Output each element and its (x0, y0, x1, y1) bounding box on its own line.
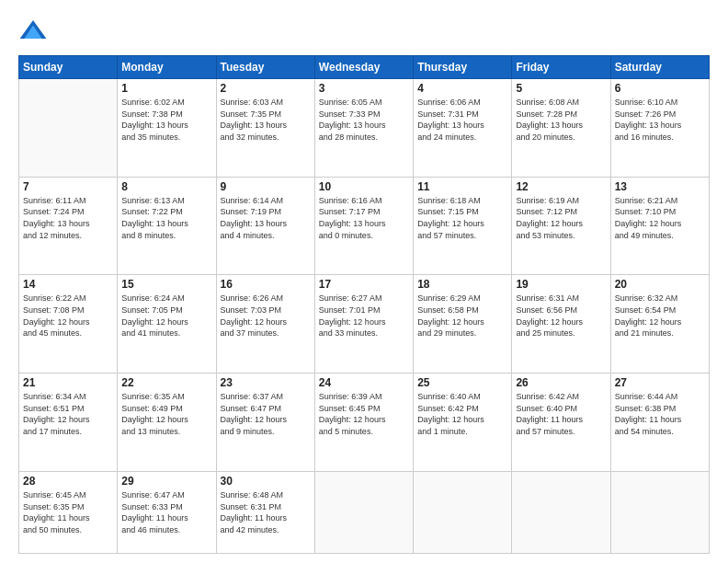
calendar-cell: 3Sunrise: 6:05 AM Sunset: 7:33 PM Daylig… (314, 79, 413, 178)
calendar-cell: 28Sunrise: 6:45 AM Sunset: 6:35 PM Dayli… (19, 471, 118, 553)
calendar-cell: 27Sunrise: 6:44 AM Sunset: 6:38 PM Dayli… (610, 373, 709, 472)
day-number: 24 (319, 376, 409, 389)
day-info: Sunrise: 6:11 AM Sunset: 7:24 PM Dayligh… (23, 195, 113, 241)
calendar-cell (512, 471, 610, 553)
day-number: 2 (221, 82, 311, 95)
calendar-cell: 29Sunrise: 6:47 AM Sunset: 6:33 PM Dayli… (118, 471, 216, 553)
week-row-2: 7Sunrise: 6:11 AM Sunset: 7:24 PM Daylig… (19, 177, 710, 275)
calendar-cell: 6Sunrise: 6:10 AM Sunset: 7:26 PM Daylig… (610, 79, 709, 178)
day-header-sunday: Sunday (19, 56, 118, 79)
calendar-cell: 4Sunrise: 6:06 AM Sunset: 7:31 PM Daylig… (414, 79, 512, 178)
day-number: 14 (23, 278, 113, 291)
day-info: Sunrise: 6:19 AM Sunset: 7:12 PM Dayligh… (516, 195, 606, 241)
day-info: Sunrise: 6:18 AM Sunset: 7:15 PM Dayligh… (417, 195, 507, 241)
calendar-cell: 1Sunrise: 6:02 AM Sunset: 7:38 PM Daylig… (118, 79, 216, 178)
header (18, 17, 710, 46)
calendar-cell: 11Sunrise: 6:18 AM Sunset: 7:15 PM Dayli… (414, 177, 512, 275)
day-number: 11 (417, 180, 507, 193)
day-header-wednesday: Wednesday (314, 56, 413, 79)
day-header-tuesday: Tuesday (216, 56, 314, 79)
calendar-header-row: SundayMondayTuesdayWednesdayThursdayFrid… (19, 56, 710, 79)
calendar-cell: 20Sunrise: 6:32 AM Sunset: 6:54 PM Dayli… (610, 275, 709, 373)
day-number: 4 (417, 82, 507, 95)
calendar-cell (314, 471, 413, 553)
day-number: 15 (121, 278, 211, 291)
day-info: Sunrise: 6:08 AM Sunset: 7:28 PM Dayligh… (516, 97, 606, 143)
day-number: 7 (23, 180, 113, 193)
day-number: 17 (319, 278, 409, 291)
calendar-cell: 12Sunrise: 6:19 AM Sunset: 7:12 PM Dayli… (512, 177, 610, 275)
day-number: 16 (221, 278, 311, 291)
calendar-cell: 17Sunrise: 6:27 AM Sunset: 7:01 PM Dayli… (314, 275, 413, 373)
day-info: Sunrise: 6:45 AM Sunset: 6:35 PM Dayligh… (23, 489, 113, 535)
calendar-cell: 23Sunrise: 6:37 AM Sunset: 6:47 PM Dayli… (216, 373, 314, 472)
day-info: Sunrise: 6:48 AM Sunset: 6:31 PM Dayligh… (221, 489, 311, 535)
day-number: 22 (121, 376, 211, 389)
day-info: Sunrise: 6:44 AM Sunset: 6:38 PM Dayligh… (615, 391, 705, 437)
calendar-cell: 21Sunrise: 6:34 AM Sunset: 6:51 PM Dayli… (19, 373, 118, 472)
day-info: Sunrise: 6:03 AM Sunset: 7:35 PM Dayligh… (221, 97, 311, 143)
day-info: Sunrise: 6:14 AM Sunset: 7:19 PM Dayligh… (221, 195, 311, 241)
calendar-cell: 14Sunrise: 6:22 AM Sunset: 7:08 PM Dayli… (19, 275, 118, 373)
day-info: Sunrise: 6:10 AM Sunset: 7:26 PM Dayligh… (615, 97, 705, 143)
day-info: Sunrise: 6:42 AM Sunset: 6:40 PM Dayligh… (516, 391, 606, 437)
day-number: 23 (221, 376, 311, 389)
calendar-cell: 5Sunrise: 6:08 AM Sunset: 7:28 PM Daylig… (512, 79, 610, 178)
calendar-cell: 24Sunrise: 6:39 AM Sunset: 6:45 PM Dayli… (314, 373, 413, 472)
day-header-friday: Friday (512, 56, 610, 79)
day-info: Sunrise: 6:26 AM Sunset: 7:03 PM Dayligh… (221, 293, 311, 339)
calendar-cell: 15Sunrise: 6:24 AM Sunset: 7:05 PM Dayli… (118, 275, 216, 373)
calendar-cell: 19Sunrise: 6:31 AM Sunset: 6:56 PM Dayli… (512, 275, 610, 373)
day-number: 18 (417, 278, 507, 291)
day-number: 13 (615, 180, 705, 193)
day-number: 28 (23, 475, 113, 488)
calendar: SundayMondayTuesdayWednesdayThursdayFrid… (18, 55, 710, 554)
day-number: 29 (121, 475, 211, 488)
day-info: Sunrise: 6:05 AM Sunset: 7:33 PM Dayligh… (319, 97, 409, 143)
day-number: 3 (319, 82, 409, 95)
day-info: Sunrise: 6:34 AM Sunset: 6:51 PM Dayligh… (23, 391, 113, 437)
day-info: Sunrise: 6:22 AM Sunset: 7:08 PM Dayligh… (23, 293, 113, 339)
logo-icon (18, 17, 48, 46)
day-number: 5 (516, 82, 606, 95)
day-number: 8 (121, 180, 211, 193)
day-info: Sunrise: 6:40 AM Sunset: 6:42 PM Dayligh… (417, 391, 507, 437)
day-info: Sunrise: 6:32 AM Sunset: 6:54 PM Dayligh… (615, 293, 705, 339)
calendar-cell (414, 471, 512, 553)
day-info: Sunrise: 6:39 AM Sunset: 6:45 PM Dayligh… (319, 391, 409, 437)
day-info: Sunrise: 6:02 AM Sunset: 7:38 PM Dayligh… (121, 97, 211, 143)
page: SundayMondayTuesdayWednesdayThursdayFrid… (0, 0, 728, 563)
calendar-cell: 8Sunrise: 6:13 AM Sunset: 7:22 PM Daylig… (118, 177, 216, 275)
day-info: Sunrise: 6:21 AM Sunset: 7:10 PM Dayligh… (615, 195, 705, 241)
day-info: Sunrise: 6:24 AM Sunset: 7:05 PM Dayligh… (121, 293, 211, 339)
day-number: 21 (23, 376, 113, 389)
calendar-cell: 18Sunrise: 6:29 AM Sunset: 6:58 PM Dayli… (414, 275, 512, 373)
day-info: Sunrise: 6:16 AM Sunset: 7:17 PM Dayligh… (319, 195, 409, 241)
calendar-cell (19, 79, 118, 178)
day-number: 1 (121, 82, 211, 95)
week-row-4: 21Sunrise: 6:34 AM Sunset: 6:51 PM Dayli… (19, 373, 710, 472)
day-header-thursday: Thursday (414, 56, 512, 79)
day-number: 26 (516, 376, 606, 389)
day-number: 20 (615, 278, 705, 291)
calendar-cell: 22Sunrise: 6:35 AM Sunset: 6:49 PM Dayli… (118, 373, 216, 472)
day-header-saturday: Saturday (610, 56, 709, 79)
week-row-1: 1Sunrise: 6:02 AM Sunset: 7:38 PM Daylig… (19, 79, 710, 178)
day-info: Sunrise: 6:13 AM Sunset: 7:22 PM Dayligh… (121, 195, 211, 241)
day-number: 9 (221, 180, 311, 193)
day-info: Sunrise: 6:27 AM Sunset: 7:01 PM Dayligh… (319, 293, 409, 339)
day-info: Sunrise: 6:47 AM Sunset: 6:33 PM Dayligh… (121, 489, 211, 535)
calendar-cell: 2Sunrise: 6:03 AM Sunset: 7:35 PM Daylig… (216, 79, 314, 178)
day-number: 27 (615, 376, 705, 389)
logo (18, 17, 51, 46)
day-header-monday: Monday (118, 56, 216, 79)
calendar-cell (610, 471, 709, 553)
calendar-cell: 26Sunrise: 6:42 AM Sunset: 6:40 PM Dayli… (512, 373, 610, 472)
day-info: Sunrise: 6:06 AM Sunset: 7:31 PM Dayligh… (417, 97, 507, 143)
day-number: 30 (221, 475, 311, 488)
week-row-5: 28Sunrise: 6:45 AM Sunset: 6:35 PM Dayli… (19, 471, 710, 553)
calendar-cell: 7Sunrise: 6:11 AM Sunset: 7:24 PM Daylig… (19, 177, 118, 275)
calendar-cell: 9Sunrise: 6:14 AM Sunset: 7:19 PM Daylig… (216, 177, 314, 275)
calendar-cell: 13Sunrise: 6:21 AM Sunset: 7:10 PM Dayli… (610, 177, 709, 275)
calendar-cell: 10Sunrise: 6:16 AM Sunset: 7:17 PM Dayli… (314, 177, 413, 275)
